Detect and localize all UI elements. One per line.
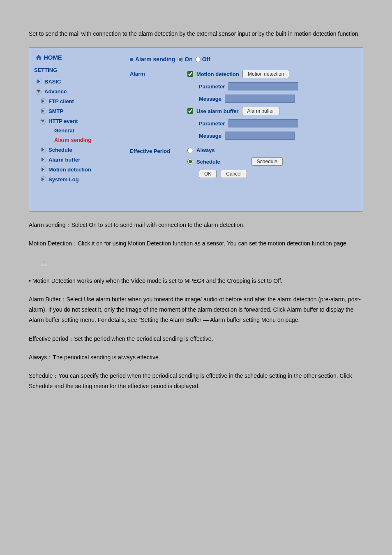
ok-button[interactable]: OK <box>199 170 217 178</box>
alarm-row: Alarm Motion detection Motion detection … <box>130 70 353 144</box>
desc-note-bullet: • Motion Detection works only when the V… <box>29 276 363 286</box>
sidebar-item-schedule[interactable]: Schedule <box>37 145 115 155</box>
desc-alarm-buffer: Alarm Buffer：Select Use alarm buffer whe… <box>29 294 363 326</box>
arrow-right-icon <box>39 108 46 114</box>
message-label-1: Message <box>199 96 221 102</box>
arrow-down-icon <box>35 88 42 95</box>
parameter-label-2: Parameter <box>199 120 225 127</box>
radio-on-label: On <box>184 56 192 62</box>
sidebar-item-basic[interactable]: BASIC <box>33 76 115 86</box>
radio-on-wrap[interactable]: On <box>178 56 192 62</box>
intro-paragraph: Set to send the mail with connection to … <box>29 29 363 39</box>
sidebar-item-general[interactable]: General <box>52 126 115 135</box>
parameter-input-1[interactable] <box>228 82 298 90</box>
arrow-down-icon <box>39 118 46 124</box>
svg-marker-0 <box>36 55 42 60</box>
sidebar-item-ftp-client[interactable]: FTP client <box>37 96 115 106</box>
radio-off-label: Off <box>202 56 210 62</box>
sidebar-item-label: General <box>54 127 74 134</box>
sidebar-item-label: Alarm buffer <box>48 157 80 163</box>
arrow-right-icon <box>35 78 42 85</box>
parameter-label-1: Parameter <box>199 83 225 90</box>
radio-off[interactable] <box>195 57 201 62</box>
schedule-label: Schedule <box>196 159 220 165</box>
desc-always: Always：The periodical sending is always … <box>29 352 363 363</box>
arrow-right-icon <box>39 98 46 104</box>
use-alarm-buffer-label: Use alarm buffer <box>196 108 239 114</box>
desc-schedule: Schedule：You can specify the period when… <box>29 371 363 391</box>
sidebar-item-alarm-buffer[interactable]: Alarm buffer <box>37 155 115 164</box>
desc-alarm-sending: Alarm sending：Select On to set to send m… <box>29 220 363 230</box>
sidebar-item-label: Motion detection <box>48 166 91 173</box>
always-radio[interactable] <box>187 148 193 153</box>
sidebar: HOME SETTING BASIC Advance FTP client SM… <box>29 48 120 211</box>
motion-detection-button[interactable]: Motion detection <box>242 70 289 78</box>
sidebar-item-label: Schedule <box>48 147 72 153</box>
message-input-1[interactable] <box>225 95 295 103</box>
alarm-label: Alarm <box>130 70 187 77</box>
arrow-right-icon <box>39 166 46 173</box>
schedule-button[interactable]: Schedule <box>251 157 283 166</box>
sidebar-item-system-log[interactable]: System Log <box>37 174 115 184</box>
desc-note-label: ： <box>29 257 363 268</box>
radio-on[interactable] <box>178 57 183 62</box>
square-bullet-icon <box>130 58 133 61</box>
desc-effective-period: Effective period：Set the period when the… <box>29 334 363 344</box>
arrow-right-icon <box>39 176 46 183</box>
section-title-row: Alarm sending On Off <box>130 56 353 62</box>
arrow-right-icon <box>39 146 46 153</box>
section-title: Alarm sending <box>135 56 175 62</box>
sidebar-item-label: BASIC <box>44 79 61 85</box>
home-link[interactable]: HOME <box>33 54 115 61</box>
always-label: Always <box>196 147 215 153</box>
home-label: HOME <box>44 54 62 61</box>
arrow-right-icon <box>39 156 46 163</box>
sidebar-item-label: System Log <box>48 176 79 183</box>
motion-detection-checkbox[interactable] <box>187 71 193 77</box>
sidebar-item-advance[interactable]: Advance <box>33 86 115 96</box>
setting-heading: SETTING <box>34 67 115 73</box>
sidebar-item-label: HTTP event <box>48 118 78 124</box>
use-alarm-buffer-checkbox[interactable] <box>187 108 193 114</box>
sidebar-item-alarm-sending[interactable]: Alarm sending <box>52 135 115 145</box>
sidebar-item-label: SMTP <box>48 108 63 114</box>
sidebar-item-http-event[interactable]: HTTP event <box>37 116 115 126</box>
schedule-radio[interactable] <box>187 159 193 164</box>
sidebar-item-label: Alarm sending <box>54 137 91 143</box>
motion-detection-label: Motion detection <box>196 71 239 77</box>
effective-period-row: Effective Period Always Schedule Schedul… <box>130 147 353 178</box>
sidebar-item-motion-detection[interactable]: Motion detection <box>37 164 115 174</box>
home-icon <box>35 55 42 60</box>
app-window: HOME SETTING BASIC Advance FTP client SM… <box>29 47 363 212</box>
sidebar-item-label: FTP client <box>48 98 74 104</box>
sidebar-item-smtp[interactable]: SMTP <box>37 106 115 116</box>
cancel-button[interactable]: Cancel <box>221 170 247 178</box>
effective-period-label: Effective Period <box>130 147 187 154</box>
sidebar-item-label: Advance <box>44 88 67 95</box>
main-panel: Alarm sending On Off Alarm Motion detect… <box>120 48 363 211</box>
parameter-input-2[interactable] <box>228 119 298 127</box>
alarm-buffer-button[interactable]: Alarm buffer <box>242 107 279 115</box>
desc-motion-detection: Motion Detection：Click it on for using M… <box>29 238 363 249</box>
message-input-2[interactable] <box>225 132 295 140</box>
radio-off-wrap[interactable]: Off <box>195 56 210 62</box>
message-label-2: Message <box>199 133 221 139</box>
